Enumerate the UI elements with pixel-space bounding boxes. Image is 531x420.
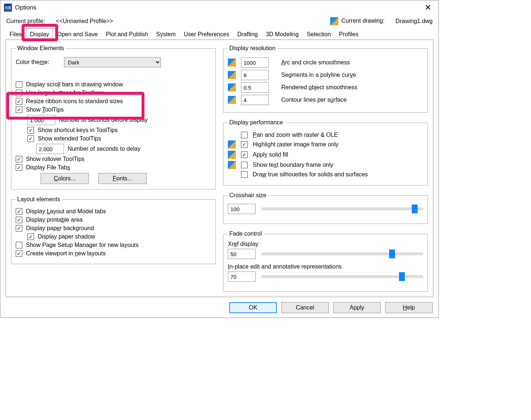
crosshair-group: Crosshair size xyxy=(223,192,428,224)
res-icon xyxy=(228,96,236,104)
paper-shadow-checkbox[interactable] xyxy=(27,233,34,240)
help-button[interactable]: Help xyxy=(385,302,433,313)
pan-zoom-checkbox[interactable] xyxy=(241,132,248,138)
scrollbars-checkbox[interactable] xyxy=(16,81,22,88)
res-icon xyxy=(228,83,236,91)
page-setup-label: Show Page Setup Manager for new layouts xyxy=(26,242,139,248)
top-info: Current profile: <<Unnamed Profile>> Cur… xyxy=(0,15,438,28)
seconds-before-input[interactable] xyxy=(27,115,55,125)
tab-selection[interactable]: Selection xyxy=(303,29,335,40)
tab-drafting[interactable]: Drafting xyxy=(233,29,262,40)
rendered-label: Rendered object smoothness xyxy=(281,84,357,91)
close-icon[interactable]: ✕ xyxy=(421,2,435,13)
highlight-raster-checkbox[interactable] xyxy=(241,141,248,148)
tab-3d-modeling[interactable]: 3D Modeling xyxy=(262,29,303,40)
silhouettes-checkbox[interactable] xyxy=(241,171,248,178)
shortcut-keys-checkbox[interactable] xyxy=(27,127,34,134)
app-icon: F/X xyxy=(4,4,12,12)
scrollbars-label: Display scroll bars in drawing window xyxy=(26,81,123,88)
inplace-slider[interactable] xyxy=(261,275,423,278)
xref-label: Xref display xyxy=(228,241,423,247)
file-tabs-checkbox[interactable] xyxy=(16,164,22,171)
shortcut-keys-label: Show shortcut keys in ToolTips xyxy=(38,127,118,134)
pan-zoom-label: Pan and zoom with raster & OLE xyxy=(253,132,338,138)
display-performance-legend: Display performance xyxy=(228,119,285,126)
layout-elements-group: Layout elements Display Layout and Model… xyxy=(11,196,216,264)
tab-files[interactable]: Files xyxy=(5,29,26,40)
printable-label: Display printable area xyxy=(26,217,83,223)
cancel-button[interactable]: Cancel xyxy=(281,302,329,313)
highlight-raster-label: Highlight raster image frame only xyxy=(253,141,339,148)
rollover-checkbox[interactable] xyxy=(16,156,22,162)
page-setup-checkbox[interactable] xyxy=(16,242,22,248)
seconds-before-label: Number of seconds before display xyxy=(59,117,148,123)
layout-elements-legend: Layout elements xyxy=(16,196,61,203)
resize-ribbon-checkbox[interactable] xyxy=(16,98,22,105)
xref-input[interactable] xyxy=(228,249,256,259)
tab-user-preferences[interactable]: User Preferences xyxy=(180,29,233,40)
dialog-buttons: OK Cancel Apply Help xyxy=(0,302,438,316)
viewport-checkbox[interactable] xyxy=(16,250,22,257)
text-boundary-checkbox[interactable] xyxy=(241,162,248,168)
apply-button[interactable]: Apply xyxy=(333,302,381,313)
window-elements-legend: Window Elements xyxy=(16,45,65,52)
res-icon xyxy=(228,71,236,79)
paper-shadow-label: Display paper shadow xyxy=(38,233,95,240)
ok-button[interactable]: OK xyxy=(229,302,277,313)
arc-smoothness-input[interactable] xyxy=(241,57,269,68)
extended-tooltips-checkbox[interactable] xyxy=(27,135,34,142)
rollover-label: Show rollover ToolTips xyxy=(26,156,84,162)
large-buttons-checkbox[interactable] xyxy=(16,90,22,96)
crosshair-slider[interactable] xyxy=(261,207,423,210)
fade-control-group: Fade control Xref display In-place edit … xyxy=(223,230,428,292)
segments-input[interactable] xyxy=(241,70,269,80)
drawing-icon xyxy=(330,17,338,25)
rendered-input[interactable] xyxy=(241,82,269,93)
crosshair-legend: Crosshair size xyxy=(228,192,268,199)
paper-bg-checkbox[interactable] xyxy=(16,225,22,232)
display-performance-group: Display performance Pan and zoom with ra… xyxy=(223,119,428,185)
layout-model-checkbox[interactable] xyxy=(16,208,22,215)
segments-label: Segments in a polyline curve xyxy=(281,72,356,78)
printable-checkbox[interactable] xyxy=(16,217,22,223)
res-icon xyxy=(228,161,236,169)
resize-ribbon-label: Resize ribbon icons to standard sizes xyxy=(26,98,123,105)
inplace-label: In-place edit and annotative representat… xyxy=(228,263,423,270)
contour-input[interactable] xyxy=(241,95,269,105)
current-profile-value: <<Unnamed Profile>> xyxy=(56,18,113,25)
seconds-delay-label: Number of seconds to delay xyxy=(68,146,140,152)
fade-legend: Fade control xyxy=(228,230,263,237)
silhouettes-label: Draw true silhouettes for solids and sur… xyxy=(253,171,368,178)
arc-smoothness-label: Arc and circle smoothness xyxy=(281,59,350,66)
inplace-input[interactable] xyxy=(228,271,256,282)
display-resolution-group: Display resolution Arc and circle smooth… xyxy=(223,45,428,113)
tab-open-and-save[interactable]: Open and Save xyxy=(53,29,102,40)
solid-fill-label: Apply solid fill xyxy=(253,151,288,158)
color-theme-label: Color theme: xyxy=(16,59,49,65)
color-theme-select[interactable]: Dark xyxy=(64,57,161,67)
show-tooltips-label: Show ToolTips xyxy=(26,106,64,113)
tab-bar: Files Display Open and Save Plot and Pub… xyxy=(0,28,438,40)
tab-display[interactable]: Display xyxy=(26,29,53,40)
solid-fill-checkbox[interactable] xyxy=(241,151,248,158)
res-icon xyxy=(228,59,236,67)
res-icon xyxy=(228,140,236,149)
file-tabs-label: Display File Tabs xyxy=(26,164,70,171)
seconds-delay-input[interactable] xyxy=(36,144,64,154)
current-profile-label: Current profile: xyxy=(6,18,45,25)
tab-system[interactable]: System xyxy=(152,29,180,40)
show-tooltips-checkbox[interactable] xyxy=(16,106,22,113)
colors-button[interactable]: Colors... xyxy=(41,173,89,184)
xref-slider[interactable] xyxy=(261,252,423,255)
crosshair-input[interactable] xyxy=(228,204,256,214)
res-icon xyxy=(228,151,236,159)
contour-label: Contour lines per surface xyxy=(281,97,347,103)
viewport-label: Create viewport in new layouts xyxy=(26,250,106,257)
large-buttons-label: Use large buttons for Toolbars xyxy=(26,90,104,96)
extended-tooltips-label: Show extended ToolTips xyxy=(38,135,101,142)
fonts-button[interactable]: Fonts... xyxy=(98,173,147,184)
tab-profiles[interactable]: Profiles xyxy=(335,29,362,40)
text-boundary-label: Show text boundary frame only xyxy=(253,162,334,168)
tab-plot-and-publish[interactable]: Plot and Publish xyxy=(102,29,152,40)
dialog-title: Options xyxy=(15,4,37,11)
